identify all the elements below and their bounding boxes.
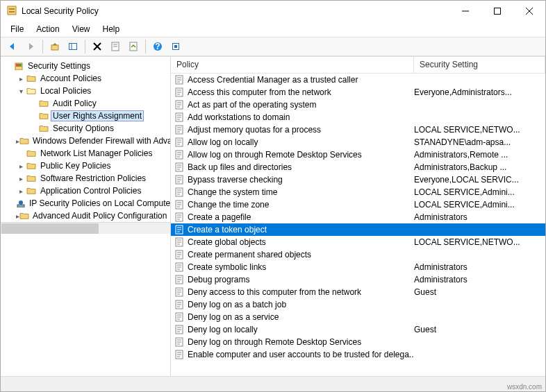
- tree-item-label: Windows Defender Firewall with Advanced …: [31, 136, 171, 146]
- window-title: Local Security Policy: [22, 6, 449, 16]
- delete-button[interactable]: [90, 39, 105, 54]
- policy-setting: Everyone,LOCAL SERVIC...: [414, 175, 545, 185]
- list-body[interactable]: Access Credential Manager as a trusted c…: [171, 74, 545, 376]
- tree-toggle-icon[interactable]: ▸: [16, 187, 26, 195]
- policy-row[interactable]: Debug programsAdministrators: [171, 273, 545, 286]
- svg-rect-21: [16, 64, 19, 67]
- policy-name: Deny log on as a service: [188, 312, 279, 322]
- app-window: Local Security Policy File Action View H…: [0, 0, 546, 392]
- minimize-button[interactable]: [449, 1, 481, 22]
- tree-item-account-policies[interactable]: ▸Account Policies: [1, 72, 170, 85]
- policy-name: Debug programs: [188, 275, 249, 284]
- tree-item-app-control[interactable]: ▸Application Control Policies: [1, 185, 170, 197]
- policy-row[interactable]: Access this computer from the networkEve…: [171, 86, 545, 99]
- policy-row[interactable]: Create permanent shared objects: [171, 248, 545, 261]
- forward-button[interactable]: [23, 39, 38, 54]
- tree-item-firewall[interactable]: ▸Windows Defender Firewall with Advanced…: [1, 135, 170, 147]
- policy-row[interactable]: Access Credential Manager as a trusted c…: [171, 74, 545, 86]
- separator: [85, 40, 85, 53]
- column-setting[interactable]: Security Setting: [414, 57, 545, 73]
- policy-row[interactable]: Change the system timeLOCAL SERVICE,Admi…: [171, 186, 545, 198]
- policy-name: Enable computer and user accounts to be …: [188, 350, 414, 359]
- policy-name: Act as part of the operating system: [188, 100, 316, 110]
- export-button[interactable]: [126, 39, 141, 54]
- maximize-button[interactable]: [481, 1, 513, 22]
- policy-row[interactable]: Deny log on through Remote Desktop Servi…: [171, 336, 545, 348]
- tree-item-audit-policy[interactable]: Audit Policy: [1, 97, 170, 110]
- policy-setting: Administrators: [414, 212, 545, 222]
- close-button[interactable]: [513, 1, 545, 22]
- tree-item-local-policies[interactable]: ▾Local Policies: [1, 85, 170, 97]
- policy-row[interactable]: Deny log on as a batch job: [171, 298, 545, 311]
- policy-row[interactable]: Allow log on locallySTANADYNE\adm-apsa..…: [171, 136, 545, 148]
- policy-icon: [174, 87, 185, 98]
- menu-view[interactable]: View: [67, 23, 96, 35]
- policy-icon: [174, 224, 185, 235]
- tree-toggle-icon[interactable]: ▾: [16, 87, 26, 95]
- policy-icon: [174, 324, 185, 335]
- menu-help[interactable]: Help: [97, 23, 126, 35]
- tree-item-ipsec[interactable]: IP Security Policies on Local Computer: [1, 197, 170, 210]
- policy-setting: Everyone,Administrators...: [414, 87, 545, 97]
- policy-icon: [174, 262, 185, 273]
- tree-hscrollbar[interactable]: [1, 222, 170, 234]
- policy-setting: Guest: [414, 325, 545, 334]
- tree-item-user-rights[interactable]: User Rights Assignment: [1, 110, 170, 122]
- tree-item-label: Software Restriction Policies: [39, 173, 147, 183]
- tree-item-label: Application Control Policies: [39, 186, 142, 196]
- back-button[interactable]: [5, 39, 20, 54]
- tree-item-root[interactable]: Security Settings: [1, 60, 170, 72]
- menu-action[interactable]: Action: [31, 23, 65, 35]
- properties-button[interactable]: [108, 39, 123, 54]
- policy-row[interactable]: Allow log on through Remote Desktop Serv…: [171, 148, 545, 161]
- policy-icon: [174, 336, 185, 348]
- policy-row[interactable]: Back up files and directoriesAdministrat…: [171, 161, 545, 173]
- tree-item-network-list[interactable]: Network List Manager Policies: [1, 147, 170, 160]
- help-button[interactable]: ?: [150, 39, 165, 54]
- policy-name: Create a token object: [188, 225, 267, 235]
- policy-row[interactable]: Deny log on locallyGuest: [171, 323, 545, 336]
- tree-toggle-icon[interactable]: ▸: [16, 175, 26, 182]
- tree-toggle-icon[interactable]: ▸: [16, 162, 26, 170]
- svg-rect-8: [69, 44, 77, 50]
- policy-row[interactable]: Add workstations to domain: [171, 111, 545, 123]
- list-header: Policy Security Setting: [171, 57, 545, 74]
- svg-rect-22: [19, 64, 22, 67]
- policy-row[interactable]: Create symbolic linksAdministrators: [171, 261, 545, 273]
- policy-name: Deny access to this computer from the ne…: [188, 287, 361, 297]
- svg-rect-1: [9, 8, 15, 10]
- tree-item-advanced-audit[interactable]: ▸Advanced Audit Policy Configuration: [1, 210, 170, 222]
- policy-name: Add workstations to domain: [188, 112, 290, 122]
- policy-name: Change the system time: [188, 187, 277, 197]
- policy-name: Change the time zone: [188, 200, 269, 210]
- column-policy[interactable]: Policy: [171, 57, 414, 73]
- tree-item-label: IP Security Policies on Local Computer: [28, 198, 171, 208]
- policy-row[interactable]: Deny log on as a service: [171, 311, 545, 323]
- policy-row[interactable]: Create global objectsLOCAL SERVICE,NETWO…: [171, 236, 545, 248]
- tree-pane[interactable]: Security Settings▸Account Policies▾Local…: [1, 57, 171, 376]
- policy-row[interactable]: Bypass traverse checkingEveryone,LOCAL S…: [171, 173, 545, 186]
- refresh-button[interactable]: [168, 39, 183, 54]
- up-button[interactable]: [47, 39, 63, 54]
- separator: [145, 40, 146, 53]
- policy-row[interactable]: Enable computer and user accounts to be …: [171, 348, 545, 361]
- titlebar[interactable]: Local Security Policy: [1, 1, 545, 22]
- policy-row[interactable]: Adjust memory quotas for a processLOCAL …: [171, 123, 545, 136]
- show-hide-button[interactable]: [65, 39, 81, 54]
- policy-row[interactable]: Create a token object: [171, 223, 545, 236]
- tree-item-label: Security Options: [51, 123, 115, 133]
- menu-file[interactable]: File: [5, 23, 29, 35]
- policy-row[interactable]: Change the time zoneLOCAL SERVICE,Admini…: [171, 198, 545, 211]
- policy-icon: [174, 249, 185, 260]
- policy-name: Deny log on as a batch job: [188, 300, 286, 309]
- policy-row[interactable]: Deny access to this computer from the ne…: [171, 286, 545, 298]
- policy-row[interactable]: Create a pagefileAdministrators: [171, 211, 545, 223]
- policy-icon: [174, 162, 185, 173]
- svg-rect-23: [17, 205, 24, 207]
- policy-name: Allow log on locally: [188, 137, 258, 147]
- tree-item-public-key[interactable]: ▸Public Key Policies: [1, 160, 170, 172]
- tree-item-security-options[interactable]: Security Options: [1, 122, 170, 135]
- tree-toggle-icon[interactable]: ▸: [16, 75, 26, 83]
- tree-item-software-restriction[interactable]: ▸Software Restriction Policies: [1, 172, 170, 185]
- policy-row[interactable]: Act as part of the operating system: [171, 99, 545, 111]
